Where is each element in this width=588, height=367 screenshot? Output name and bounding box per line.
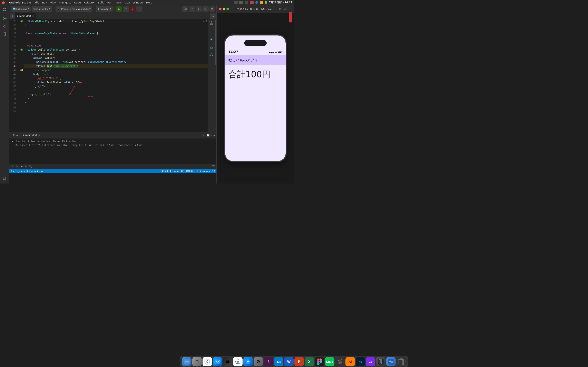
svg-rect-23 [30,166,30,166]
svg-rect-0 [3,8,4,9]
bottom-more-icon[interactable]: ••• [212,134,215,137]
ide-content-area: FA flutter_app ▾ Version control ▾ 📱 iPh… [9,5,216,184]
breadcrumb: flutter_app › lib › ◆ main.dart [11,170,44,173]
menu-tools[interactable]: Tools [115,1,122,4]
indent-style[interactable] [195,170,198,173]
svg-marker-21 [210,46,213,48]
menu-help[interactable]: Help [146,1,152,4]
sim-home-btn[interactable] [278,7,282,11]
breadcrumb-sep-1: › [24,170,25,173]
ide-right-sidebar: ✦ [208,19,215,132]
project-selector[interactable]: FA flutter_app ▾ [11,6,31,12]
flutter-icon-1[interactable]: ⚡ [196,6,202,12]
git-icon[interactable] [212,170,215,173]
breadcrumb-sep-2: › [29,170,30,173]
tab-close-btn[interactable]: ✕ [32,15,34,17]
indent-label[interactable]: 2 spaces [200,170,210,173]
tab-options-btn[interactable]: ••• [210,13,216,19]
bottom-toolbar: ⚠ ↻ ⏹ ⚙ [9,164,216,169]
profiler-btn[interactable] [189,6,195,12]
notification-icon[interactable] [1,175,8,182]
stop-bottom[interactable]: ⏹ [20,165,23,168]
app-name: Android Studio [9,1,31,4]
iphone-status-bar: 14:27 ●●● [225,46,286,55]
sim-camera-btn[interactable] [283,7,287,11]
svg-point-32 [285,8,286,9]
code-line-33 [24,35,208,40]
menu-edit[interactable]: Edit [42,1,47,4]
menu-vcs[interactable]: VCS [125,1,130,4]
bottom-tab-close[interactable]: ✕ [38,134,40,136]
editor-scrollbar[interactable] [215,19,216,132]
iphone-app-body: 合計100円 [225,65,286,83]
reload-bottom[interactable]: ↻ [16,165,19,168]
device-selector[interactable]: 📱 iPhone 15 Pro Max (mobile) ▾ [56,6,92,12]
tab-main-dart[interactable]: ◆ main.dart ✕ [15,13,36,19]
project-icon[interactable] [1,6,8,13]
menu-navigate[interactable]: Navigate [60,1,71,4]
code-line-29: State<MyHomePage> createState() => _MyHo… [24,19,208,23]
sim-rotate-btn[interactable] [288,7,292,11]
svg-rect-2 [3,10,4,11]
apple-menu[interactable]: 🍎 [2,1,5,4]
device-icon[interactable] [1,31,8,38]
code-line-37: return Scaffold( [24,52,208,56]
svg-marker-6 [3,25,6,28]
iphone-body-text: 合計100円 [228,69,282,80]
menu-refactor[interactable]: Refactor [84,1,95,4]
hot-reload-button[interactable]: ⚡ [123,6,129,12]
code-editor[interactable]: 29 30 31 32 33 34 35 36 37 38 39 40 41 4… [9,19,216,132]
cursor-position[interactable]: 40:20 (4 chars) [162,170,179,173]
flutter-inspector-icon[interactable] [208,44,215,50]
tab-label: main.dart [19,15,31,17]
layout-icon[interactable] [208,28,215,35]
bottom-tab-run[interactable]: Run [11,133,20,138]
expand-bottom[interactable] [29,165,32,168]
expand-panel-btn[interactable] [212,165,215,168]
menu-build[interactable]: Build [98,1,104,4]
simulator-title: iPhone 15 Pro Max – iOS 17.2 [231,8,277,10]
battery-status [278,51,282,54]
device-manager-btn[interactable] [182,6,188,12]
run-button[interactable]: ▶ [116,6,122,12]
dart-file-icon: ◆ [17,15,18,17]
menu-view[interactable]: View [50,1,57,4]
flutter-perf-icon[interactable] [208,51,215,58]
settings-btn[interactable]: ⚙ [209,6,215,12]
star-icon[interactable]: ✦ [208,36,215,43]
gem-icon[interactable] [1,23,8,30]
svg-rect-31 [284,8,286,10]
reload-icon[interactable]: 🔄 [207,134,210,137]
lightning-bottom-icon[interactable]: ⚡ [202,134,205,137]
code-line-50 [24,105,208,109]
code-content[interactable]: State<MyHomePage> createState() => _MyHo… [24,19,208,132]
code-line-41: ), // AppBar [24,68,208,72]
svg-point-12 [205,8,206,9]
traffic-light-maximize[interactable] [226,8,229,10]
warning-icon-bottom[interactable]: ⚠ [11,165,14,168]
line-ending[interactable]: LF [181,170,183,173]
console-text-1: Syncing files to device iPhone 15 Pro Ma… [16,140,81,143]
bottom-tab-main-dart[interactable]: ◆ main.dart ✕ [21,133,42,138]
menu-run[interactable]: Run [107,1,112,4]
run-icon[interactable] [1,15,8,22]
signal-icon: ●●● [269,52,274,54]
version-control-btn[interactable]: Version control ▾ [32,6,52,12]
code-line-35: @override [24,44,208,48]
menu-code[interactable]: Code [74,1,81,4]
code-line-48: } [24,97,208,101]
hamburger-menu[interactable]: ≡ [10,13,15,19]
menu-bar: 🍎 Android Studio File Edit View Navigate… [0,0,294,5]
bottom-panel-tabs: Run ◆ main.dart ✕ ⚡ 🔄 ••• Console [9,132,216,138]
menu-file[interactable]: File [35,1,39,4]
settings-bottom[interactable]: ⚙ [25,165,28,168]
menu-window[interactable]: Window [133,1,143,4]
search-btn[interactable] [203,6,209,12]
code-line-44: style: TextStyle(fontSize: 50), [24,80,208,84]
stop-button[interactable]: ■ [130,6,135,12]
more-options-btn[interactable]: ••• [136,6,142,12]
traffic-light-minimize[interactable] [223,8,225,10]
encoding[interactable]: UTF-8 [186,170,192,173]
branch-selector[interactable]: ◆ main.dart ▾ [96,6,113,12]
traffic-light-close[interactable] [219,8,222,10]
